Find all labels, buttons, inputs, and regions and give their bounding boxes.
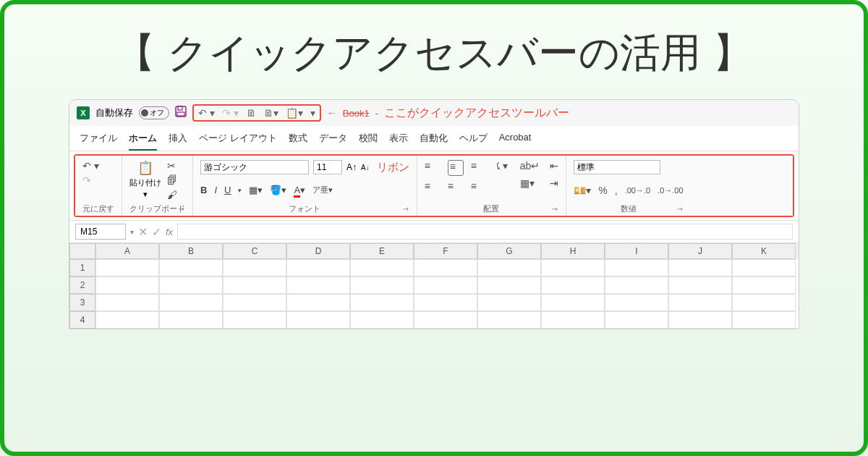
italic-button[interactable]: I <box>214 185 217 195</box>
cell[interactable] <box>159 276 223 294</box>
cell[interactable] <box>541 276 605 294</box>
align-center-icon[interactable]: ≡ <box>448 180 464 196</box>
autosave-toggle[interactable]: オフ <box>139 106 169 119</box>
decrease-indent-icon[interactable]: ⇤ <box>550 160 558 172</box>
col-header[interactable]: I <box>605 243 668 259</box>
cell[interactable] <box>732 311 796 329</box>
cell[interactable] <box>605 311 668 329</box>
bold-button[interactable]: B <box>200 185 207 195</box>
percent-format-icon[interactable]: % <box>598 185 607 196</box>
comma-format-icon[interactable]: , <box>615 185 618 196</box>
cell[interactable] <box>732 259 796 276</box>
underline-dropdown-icon[interactable]: ▾ <box>238 187 242 194</box>
cell[interactable] <box>668 294 732 311</box>
cut-icon[interactable]: ✂ <box>167 160 177 172</box>
cell[interactable] <box>223 294 286 311</box>
number-format-select[interactable] <box>574 160 660 174</box>
qat-doc2-icon[interactable]: 🗎▾ <box>263 107 278 119</box>
cell[interactable] <box>95 276 159 294</box>
align-left-icon[interactable]: ≡ <box>425 180 441 196</box>
cell[interactable] <box>414 311 477 329</box>
border-icon[interactable]: ▦▾ <box>249 185 263 195</box>
col-header[interactable]: A <box>95 243 159 259</box>
redo-icon[interactable]: ↷ ▾ <box>222 107 239 119</box>
cell[interactable] <box>95 259 159 276</box>
cell[interactable] <box>414 259 477 276</box>
tab-data[interactable]: データ <box>319 132 347 151</box>
cell[interactable] <box>477 276 541 294</box>
cell[interactable] <box>350 259 414 276</box>
qat-doc1-icon[interactable]: 🗎 <box>246 107 256 119</box>
cell[interactable] <box>286 294 350 311</box>
row-header[interactable]: 4 <box>69 311 95 329</box>
cell[interactable] <box>414 276 477 294</box>
decrease-font-icon[interactable]: A↓ <box>361 164 370 172</box>
col-header[interactable]: J <box>668 243 732 259</box>
align-right-icon[interactable]: ≡ <box>471 180 487 196</box>
cell[interactable] <box>286 259 350 276</box>
cell[interactable] <box>668 311 732 329</box>
cell[interactable] <box>477 311 541 329</box>
cell[interactable] <box>414 294 477 311</box>
redo-button[interactable]: ↷ <box>82 174 99 186</box>
tab-pagelayout[interactable]: ページ レイアウト <box>199 132 277 151</box>
name-box[interactable] <box>75 224 126 240</box>
cell[interactable] <box>159 259 223 276</box>
tab-review[interactable]: 校閲 <box>359 132 378 151</box>
cell[interactable] <box>223 311 286 329</box>
paste-dropdown-icon[interactable]: ▾ <box>143 190 148 199</box>
cancel-formula-icon[interactable]: ✕ <box>138 225 148 239</box>
font-name-select[interactable] <box>200 160 309 174</box>
tab-home[interactable]: ホーム <box>129 132 157 151</box>
increase-font-icon[interactable]: A↑ <box>346 162 357 172</box>
row-header[interactable]: 2 <box>69 276 95 294</box>
font-launcher-icon[interactable]: ↘ <box>400 204 409 214</box>
align-middle-icon[interactable]: ≡ <box>448 160 464 176</box>
number-launcher-icon[interactable]: ↘ <box>674 204 684 214</box>
increase-decimal-icon[interactable]: .00→.0 <box>625 186 650 195</box>
cell[interactable] <box>605 294 668 311</box>
name-box-dropdown-icon[interactable]: ▾ <box>130 228 134 236</box>
tab-automate[interactable]: 自動化 <box>420 132 448 151</box>
col-header[interactable]: G <box>477 243 541 259</box>
col-header[interactable]: E <box>350 243 414 259</box>
cell[interactable] <box>286 311 350 329</box>
tab-formulas[interactable]: 数式 <box>289 132 307 151</box>
cell[interactable] <box>159 294 223 311</box>
cell[interactable] <box>541 311 605 329</box>
merge-cells-icon[interactable]: ▦▾ <box>520 177 540 189</box>
paste-button[interactable]: 📋 貼り付け ▾ <box>129 160 161 199</box>
cell[interactable] <box>668 276 732 294</box>
tab-acrobat[interactable]: Acrobat <box>499 132 532 151</box>
cell[interactable] <box>223 259 286 276</box>
font-color-icon[interactable]: A▾ <box>294 185 305 195</box>
cell[interactable] <box>223 276 286 294</box>
col-header[interactable]: D <box>286 243 350 259</box>
wrap-text-icon[interactable]: ab↵ <box>520 160 540 172</box>
formula-input[interactable] <box>177 224 793 240</box>
cell[interactable] <box>350 311 414 329</box>
phonetic-icon[interactable]: ア亜▾ <box>312 185 333 195</box>
tab-view[interactable]: 表示 <box>389 132 408 151</box>
cell[interactable] <box>95 294 159 311</box>
qat-customize-icon[interactable]: ▾ <box>310 107 315 119</box>
row-header[interactable]: 3 <box>69 294 95 311</box>
fill-color-icon[interactable]: 🪣▾ <box>270 185 286 195</box>
orientation-icon[interactable]: ⤹▾ <box>494 160 510 176</box>
col-header[interactable]: H <box>541 243 605 259</box>
col-header[interactable]: B <box>159 243 223 259</box>
col-header[interactable]: K <box>732 243 796 259</box>
decrease-decimal-icon[interactable]: .0→.00 <box>658 186 683 195</box>
cell[interactable] <box>159 311 223 329</box>
col-header[interactable]: C <box>223 243 286 259</box>
row-header[interactable]: 1 <box>69 259 95 276</box>
col-header[interactable]: F <box>414 243 477 259</box>
cell[interactable] <box>477 259 541 276</box>
underline-button[interactable]: U <box>224 185 231 195</box>
accounting-format-icon[interactable]: 💴▾ <box>574 185 591 196</box>
select-all-corner[interactable] <box>69 243 95 259</box>
cell[interactable] <box>541 259 605 276</box>
align-launcher-icon[interactable]: ↘ <box>550 204 559 214</box>
undo-icon[interactable]: ↶ ▾ <box>198 107 215 119</box>
cell[interactable] <box>732 294 796 311</box>
